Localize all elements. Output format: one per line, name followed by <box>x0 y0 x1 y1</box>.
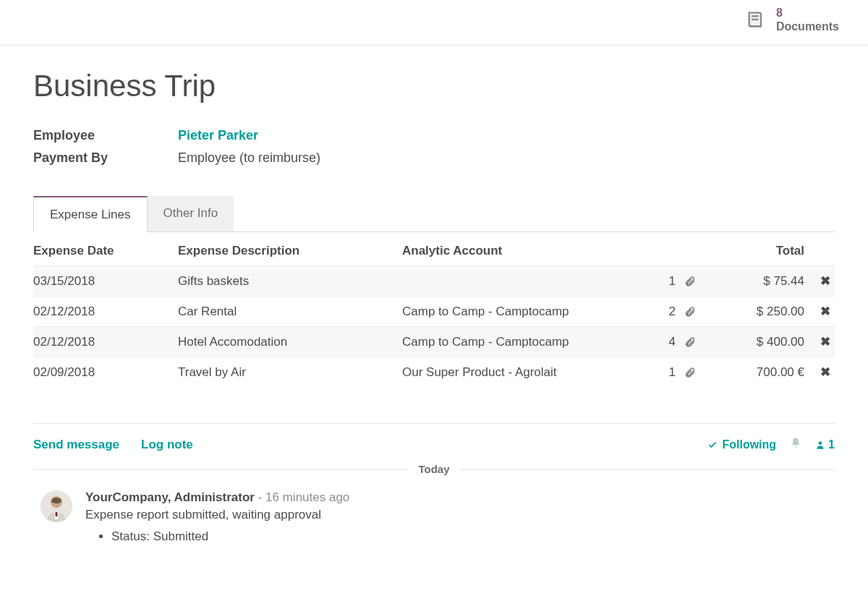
cell-desc: Hotel Accomodation <box>178 327 402 357</box>
expense-table: Expense Date Expense Description Analyti… <box>33 232 835 387</box>
table-row[interactable]: 03/15/2018Gifts baskets1$ 75.44✖ <box>33 266 835 297</box>
attachment-icon[interactable] <box>678 297 700 327</box>
cell-attachment-count: 4 <box>650 327 678 357</box>
cell-total: $ 250.00 <box>700 297 809 327</box>
cell-date: 02/12/2018 <box>33 297 178 327</box>
table-row[interactable]: 02/12/2018Hotel AccomodationCamp to Camp… <box>33 327 835 357</box>
tab-other-info[interactable]: Other Info <box>148 196 234 231</box>
cell-desc: Gifts baskets <box>178 266 402 297</box>
attachment-icon[interactable] <box>678 357 700 388</box>
cell-analytic: Camp to Camp - Camptocamp <box>402 297 650 327</box>
svg-point-2 <box>819 441 822 445</box>
delete-row-icon[interactable]: ✖ <box>820 305 830 318</box>
cell-attachment-count: 2 <box>650 297 678 327</box>
paperclip-icon <box>684 276 696 287</box>
col-date: Expense Date <box>33 232 178 266</box>
attachment-icon[interactable] <box>678 327 700 357</box>
log-note-button[interactable]: Log note <box>141 438 193 452</box>
check-icon <box>707 440 718 450</box>
tab-expense-lines[interactable]: Expense Lines <box>33 196 148 232</box>
cell-total: $ 400.00 <box>700 327 809 357</box>
col-total: Total <box>700 232 809 266</box>
documents-label: Documents <box>776 20 839 33</box>
svg-rect-5 <box>56 512 58 516</box>
person-icon <box>815 440 825 450</box>
delete-row-icon[interactable]: ✖ <box>820 335 830 349</box>
paperclip-icon <box>684 306 696 318</box>
message-body: Expense report submitted, waiting approv… <box>85 508 835 522</box>
delete-row-icon[interactable]: ✖ <box>820 274 830 288</box>
table-row[interactable]: 02/09/2018Travel by AirOur Super Product… <box>33 357 835 388</box>
message-time: 16 minutes ago <box>265 490 349 504</box>
page-title: Business Trip <box>33 69 835 103</box>
cell-analytic: Our Super Product - Agrolait <box>402 357 650 388</box>
paperclip-icon <box>684 367 696 378</box>
cell-date: 02/12/2018 <box>33 327 178 357</box>
chatter-message: YourCompany, Administrator - 16 minutes … <box>33 490 835 544</box>
following-toggle[interactable]: Following <box>707 438 776 451</box>
cell-date: 02/09/2018 <box>33 357 178 388</box>
cell-total: $ 75.44 <box>700 266 809 297</box>
cell-desc: Travel by Air <box>178 357 402 388</box>
cell-total: 700.00 € <box>700 357 809 388</box>
book-icon <box>746 9 766 30</box>
avatar <box>41 490 72 522</box>
table-row[interactable]: 02/12/2018Car RentalCamp to Camp - Campt… <box>33 297 835 327</box>
cell-analytic <box>402 266 650 297</box>
bell-icon[interactable] <box>789 437 802 453</box>
payment-value: Employee (to reimburse) <box>178 150 835 166</box>
message-status: Status: Submitted <box>111 529 835 544</box>
attachment-icon[interactable] <box>678 266 700 297</box>
cell-date: 03/15/2018 <box>33 266 178 297</box>
send-message-button[interactable]: Send message <box>33 438 119 452</box>
cell-attachment-count: 1 <box>650 357 678 388</box>
cell-attachment-count: 1 <box>650 266 678 297</box>
message-author: YourCompany, Administrator <box>85 490 255 504</box>
employee-label: Employee <box>33 128 178 143</box>
col-desc: Expense Description <box>178 232 402 266</box>
paperclip-icon <box>684 336 696 348</box>
documents-stat[interactable]: 8 Documents <box>746 6 839 33</box>
day-divider: Today <box>408 463 459 475</box>
cell-desc: Car Rental <box>178 297 402 327</box>
follower-count[interactable]: 1 <box>815 438 835 451</box>
col-analytic: Analytic Account <box>402 232 650 266</box>
employee-value[interactable]: Pieter Parker <box>178 128 835 143</box>
delete-row-icon[interactable]: ✖ <box>820 365 830 379</box>
documents-count: 8 <box>776 6 839 20</box>
payment-label: Payment By <box>33 150 178 166</box>
cell-analytic: Camp to Camp - Camptocamp <box>402 327 650 357</box>
